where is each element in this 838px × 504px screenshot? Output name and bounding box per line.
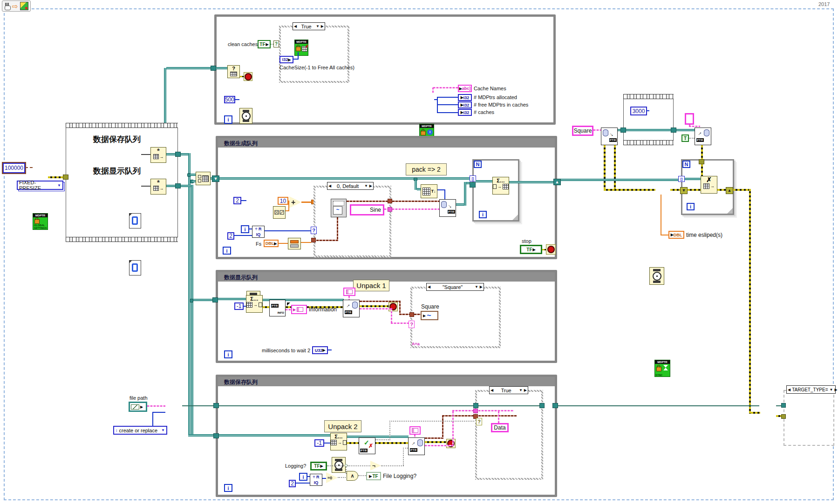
mdptr-clear-cache-icon[interactable]: MDPTR ✗: [294, 40, 308, 56]
timeout-constant[interactable]: -1: [314, 439, 324, 447]
dequeue-icon[interactable]: Σ… →: [246, 295, 263, 313]
square-waveform-indicator[interactable]: ▶~: [421, 311, 438, 320]
write-case-selector[interactable]: ◀True▼▶: [489, 386, 528, 394]
case-prev-icon[interactable]: ◀: [788, 388, 790, 392]
unpack-ptr-icon[interactable]: → PTR: [695, 128, 711, 145]
stop-condition-button[interactable]: [446, 439, 456, 448]
wait-ms-icon[interactable]: [649, 267, 664, 285]
cluster-constant[interactable]: [343, 288, 355, 296]
open-mode-ring[interactable]: ↕create or replace▼: [113, 426, 167, 435]
and-icon[interactable]: ∧: [347, 471, 358, 481]
wire-queue: [685, 178, 701, 180]
case-next-icon[interactable]: ▶: [524, 388, 527, 392]
pack-ptr-icon[interactable]: → PTR: [439, 199, 456, 217]
information-indicator[interactable]: ▶: [291, 305, 307, 314]
signal-case-structure: [313, 186, 391, 257]
divisor-2-constant[interactable]: 2: [289, 480, 296, 487]
quotient-remainder-icon[interactable]: ÷ RIQ: [252, 226, 265, 238]
file-logging-indicator[interactable]: ▶TF: [366, 472, 381, 480]
free-mdptrs-indicator[interactable]: ▶I32: [458, 101, 472, 108]
unpack-ptr-icon[interactable]: → PTR: [343, 300, 360, 317]
iteration-terminal: i: [224, 484, 232, 492]
wait-500-constant[interactable]: 500: [224, 96, 235, 103]
mdptr-global-settings-icon[interactable]: MDPTR GLOBAL SETTINGS: [33, 213, 48, 230]
unpack-ptr-icon[interactable]: → PTR: [408, 437, 425, 455]
run-vi-icon[interactable]: [20, 2, 28, 10]
chevron-down-icon[interactable]: ▼: [316, 24, 320, 28]
wire-numeric: [647, 110, 649, 111]
mdptr-sync-icon[interactable]: MDPTR SYNC: [654, 360, 670, 377]
wire-string: [498, 411, 499, 424]
wait-3000-constant[interactable]: 3000: [630, 107, 647, 115]
case-next-icon[interactable]: ▶: [321, 24, 324, 28]
sequence-film-border: [66, 123, 178, 128]
bundle-queues-icon[interactable]: [196, 172, 211, 185]
page-fold: [727, 208, 733, 214]
cache-names-indicator[interactable]: ▶abc]: [458, 85, 472, 92]
signal-case-selector[interactable]: ◀0, Default▼▶: [327, 182, 374, 190]
queue-name-constant-icon[interactable]: [129, 260, 141, 276]
divisor-2-constant[interactable]: 2: [227, 232, 234, 240]
stop-condition-button[interactable]: [546, 244, 556, 255]
clean-caches-boolean[interactable]: TF▶: [258, 40, 271, 48]
ptr-info-icon[interactable]: PTR INFO: [269, 300, 286, 316]
queue-name-constant-icon[interactable]: [129, 213, 141, 228]
time-elapsed-indicator[interactable]: ▶DBL: [668, 231, 684, 239]
case-prev-icon[interactable]: ◀: [428, 285, 430, 289]
wire-tool-icon[interactable]: ⇨: [12, 3, 18, 10]
wait-ms-icon[interactable]: [239, 108, 252, 124]
wire-waveform: [392, 201, 439, 202]
u32-constant[interactable]: U32▶: [312, 346, 328, 354]
target-type-selector[interactable]: ◀TARGET_TYPE=▼▶: [786, 385, 836, 394]
case-prev-icon[interactable]: ◀: [491, 388, 493, 392]
obtain-queue-icon[interactable]: * →: [150, 179, 166, 195]
timeout-constant[interactable]: -1: [234, 302, 244, 310]
square-queue-name-constant[interactable]: Square: [572, 126, 593, 136]
chevron-down-icon[interactable]: ▼: [364, 184, 368, 188]
quotient-remainder-icon[interactable]: ÷ RIQ: [310, 474, 322, 486]
fs-dbl-constant[interactable]: DBL▶: [264, 240, 279, 247]
presize-mode-ring[interactable]: FIXED-PRESIZE▼: [17, 181, 63, 190]
logging-boolean[interactable]: TF▶: [310, 462, 327, 470]
queue-status-icon[interactable]: ?: [227, 65, 240, 78]
case-next-icon[interactable]: ▶: [834, 388, 837, 392]
wire-error: [749, 189, 751, 414]
num-caches-indicator[interactable]: ▶I32: [458, 109, 472, 116]
sine-string-constant[interactable]: Sine: [350, 204, 384, 215]
release-queue-icon[interactable]: ✗ →: [701, 176, 717, 194]
obtain-queue-icon[interactable]: * →: [150, 147, 166, 163]
wire-error: [688, 189, 701, 191]
display-case-selector[interactable]: ◀"Square"▼▶: [426, 283, 484, 291]
waveform-generator-icon[interactable]: ~: [331, 199, 347, 217]
wire-boolean: [358, 475, 366, 476]
i32-constant[interactable]: I32▶: [279, 56, 293, 63]
file-path-control[interactable]: ▶: [129, 402, 147, 412]
stop-condition-button[interactable]: [388, 302, 398, 311]
mdptrs-allocated-indicator[interactable]: ▶I32: [458, 94, 472, 101]
pack-ptr-icon[interactable]: → PTR: [601, 128, 618, 145]
chevron-down-icon[interactable]: ▼: [830, 388, 833, 392]
chevron-down-icon[interactable]: ▼: [475, 285, 478, 289]
case-prev-icon[interactable]: ◀: [294, 24, 297, 28]
stop-boolean[interactable]: TF▶: [520, 245, 542, 254]
check-ptr-icon[interactable]: ✓ ✗ PTR: [359, 437, 375, 454]
cluster-constant[interactable]: [409, 426, 421, 435]
true-constant[interactable]: T: [681, 134, 689, 142]
rand-base-constant[interactable]: 10: [278, 197, 288, 205]
bundle-icon[interactable]: [288, 238, 301, 249]
empty-string-constant[interactable]: [685, 113, 694, 125]
stop-condition-button[interactable]: [244, 72, 252, 81]
wait-2-constant[interactable]: 2: [233, 197, 241, 204]
presize-value-constant[interactable]: 100000: [3, 163, 25, 173]
pan-tool-icon[interactable]: [4, 3, 10, 10]
case-next-icon[interactable]: ▶: [480, 285, 483, 289]
data-string-constant[interactable]: Data: [491, 423, 509, 432]
random-dice-icon[interactable]: ⚄⚂: [273, 206, 286, 219]
case-next-icon[interactable]: ▶: [369, 184, 372, 188]
cache-case-selector[interactable]: ◀True▼▶: [293, 22, 325, 30]
chevron-down-icon[interactable]: ▼: [519, 388, 523, 392]
queue-elements-icon[interactable]: T↓: [421, 184, 437, 198]
enqueue-icon[interactable]: Σ… →: [492, 177, 509, 195]
case-prev-icon[interactable]: ◀: [328, 184, 331, 188]
dequeue-icon[interactable]: Σ… →: [330, 433, 347, 450]
